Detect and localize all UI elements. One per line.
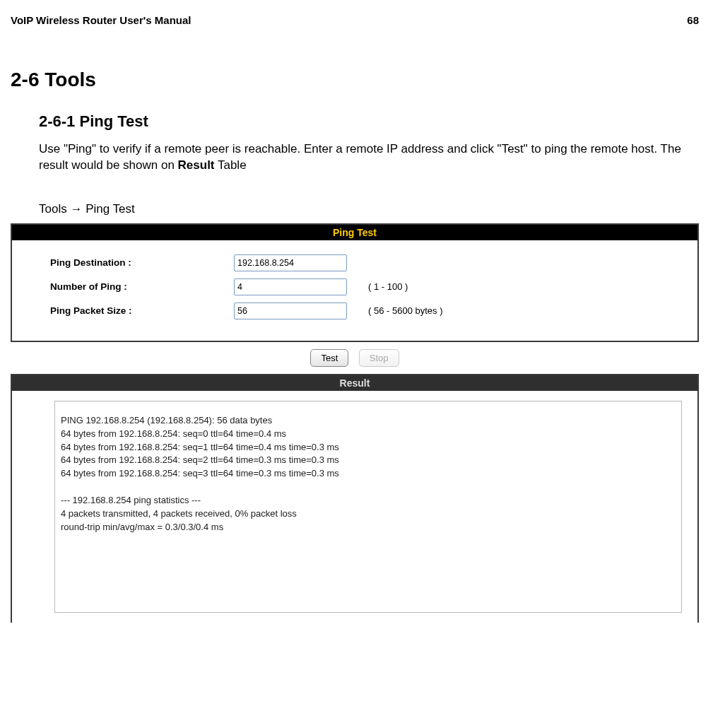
stop-button[interactable]: Stop [359,349,399,367]
row-ping-destination: Ping Destination : [50,254,685,271]
desc-bold: Result [178,158,215,172]
label-ping-packet-size: Ping Packet Size : [50,305,234,316]
row-ping-packet-size: Ping Packet Size : ( 56 - 5600 bytes ) [50,303,685,319]
desc-part1: Use "Ping" to verify if a remote peer is… [39,142,681,172]
doc-title: VoIP Wireless Router User's Manual [11,14,191,26]
section-title: 2-6 Tools [11,69,699,91]
section-description: Use "Ping" to verify if a remote peer is… [39,141,699,174]
breadcrumb: Tools → Ping Test [39,202,699,216]
row-number-of-ping: Number of Ping : ( 1 - 100 ) [50,278,685,295]
test-button[interactable]: Test [310,349,348,367]
ping-test-panel: Ping Test Ping Destination : Number of P… [11,223,699,342]
desc-part2: Table [215,158,247,172]
input-ping-destination[interactable] [234,254,347,271]
input-ping-packet-size[interactable] [234,303,347,319]
hint-ping-packet-size: ( 56 - 5600 bytes ) [368,305,443,316]
page-number: 68 [687,14,699,26]
ping-test-panel-title: Ping Test [12,225,697,240]
result-output[interactable]: PING 192.168.8.254 (192.168.8.254): 56 d… [54,401,682,613]
label-number-of-ping: Number of Ping : [50,281,234,292]
hint-number-of-ping: ( 1 - 100 ) [368,281,408,292]
button-row: Test Stop [11,349,699,367]
label-ping-destination: Ping Destination : [50,257,234,268]
result-panel: Result PING 192.168.8.254 (192.168.8.254… [11,374,699,623]
result-panel-title: Result [12,375,697,391]
input-number-of-ping[interactable] [234,278,347,295]
section-subtitle: 2-6-1 Ping Test [39,112,699,131]
